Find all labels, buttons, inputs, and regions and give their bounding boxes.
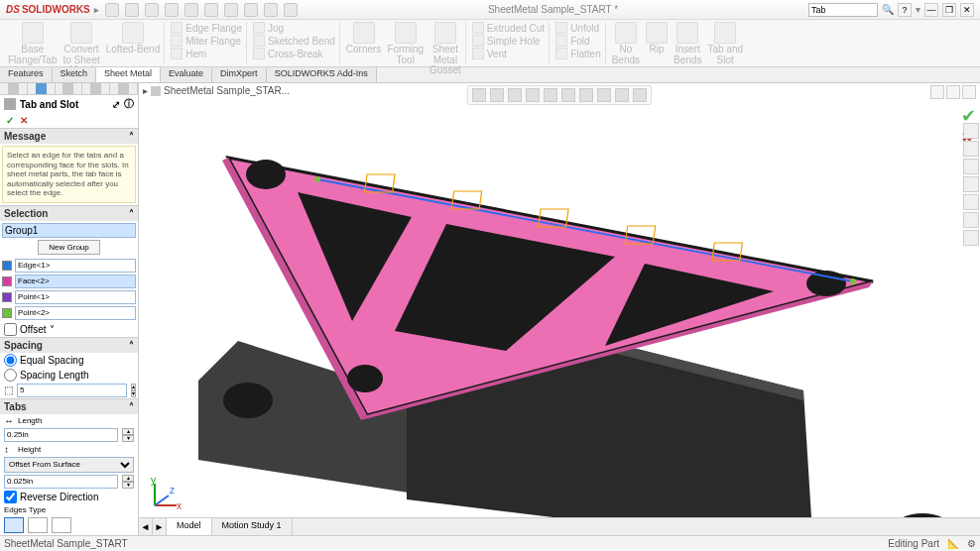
property-manager-tab[interactable] [28,83,56,94]
tab-sheet-metal[interactable]: Sheet Metal [96,67,161,82]
height-up[interactable]: ▴ [122,475,134,482]
jog-button[interactable]: Jog [253,22,335,34]
point1-input[interactable] [15,290,136,304]
display-manager-tab[interactable] [110,83,138,94]
qat-print-icon[interactable] [165,3,179,17]
height-mode-select[interactable]: Offset From Surface [4,457,134,473]
search-input[interactable] [808,3,878,17]
status-units-icon[interactable]: 📐 [947,538,959,549]
length-down[interactable]: ▾ [122,435,134,442]
qat-options-icon[interactable] [264,3,278,17]
qat-rebuild-icon[interactable] [244,3,258,17]
flatten-button[interactable]: Flatten [555,48,601,59]
forming-tool-button[interactable]: FormingTool [387,22,424,76]
tab-scroll-right[interactable]: ► [153,518,167,535]
tab-evaluate[interactable]: Evaluate [161,67,212,82]
selection-header[interactable]: Selection˄ [0,206,138,221]
tab-addins[interactable]: SOLIDWORKS Add-Ins [267,67,377,82]
bottom-tab-model[interactable]: Model [167,518,212,535]
height-down[interactable]: ▾ [122,482,134,489]
cross-break-button[interactable]: Cross-Break [253,48,335,59]
task-view-icon[interactable] [963,194,979,210]
dimxpert-manager-tab[interactable] [82,83,110,94]
length-input[interactable] [4,428,118,442]
minimize-button[interactable]: — [924,3,938,17]
point2-input[interactable] [15,306,136,320]
cancel-button[interactable]: ✕ [20,115,28,126]
help-icon[interactable]: ⓘ [124,97,134,111]
edge-type-fillet[interactable] [28,517,48,533]
edge-type-sharp[interactable] [4,517,24,533]
extruded-cut-button[interactable]: Extruded Cut [472,22,545,34]
edge-flange-button[interactable]: Edge Flange [171,22,242,34]
qat-save-icon[interactable] [145,3,159,17]
ok-button[interactable]: ✓ [6,115,14,126]
reverse-direction-checkbox[interactable] [4,491,17,503]
count-down[interactable]: ▾ [131,390,136,397]
close-button[interactable]: ✕ [960,3,974,17]
help-button[interactable]: ? [898,3,912,17]
qat-settings-icon[interactable] [284,3,298,17]
tab-scroll-left[interactable]: ◄ [139,518,153,535]
count-up[interactable]: ▴ [131,384,136,390]
task-explorer-icon[interactable] [963,176,979,192]
height-input[interactable] [4,475,118,489]
qat-open-icon[interactable] [125,3,139,17]
edge-type-chamfer[interactable] [52,517,71,533]
qat-select-icon[interactable] [224,3,238,17]
task-appearance-icon[interactable] [963,212,979,228]
tab-sketch[interactable]: Sketch [53,67,97,82]
simple-hole-button[interactable]: Simple Hole [472,35,545,47]
task-library-icon[interactable] [963,159,979,174]
face-input[interactable] [15,275,136,288]
miter-flange-button[interactable]: Miter Flange [171,35,242,47]
selection-face [2,275,136,288]
hem-button[interactable]: Hem [171,48,242,59]
tab-features[interactable]: Features [0,67,53,82]
length-up[interactable]: ▴ [122,428,134,435]
fold-button[interactable]: Fold [555,35,601,47]
tab-dimxpert[interactable]: DimXpert [212,67,267,82]
spacing-header[interactable]: Spacing˄ [0,338,138,353]
search-icon[interactable]: 🔍 [882,4,894,15]
insert-bends-button[interactable]: InsertBends [674,22,701,65]
svg-line-15 [155,496,169,505]
tab-and-slot-button[interactable]: Tab andSlot [707,22,743,65]
qat-new-icon[interactable] [105,3,119,17]
tabs-header[interactable]: Tabs˄ [0,399,138,414]
equal-spacing-label: Equal Spacing [20,355,84,366]
svg-point-0 [223,383,273,418]
equal-spacing-radio[interactable] [4,354,17,367]
offset-checkbox[interactable] [4,323,17,336]
qat-undo-icon[interactable] [184,3,198,17]
config-manager-tab[interactable] [56,83,83,94]
task-resources-icon[interactable] [963,141,979,157]
rip-button[interactable]: Rip [646,22,668,65]
qat-redo-icon[interactable] [204,3,218,17]
task-home-icon[interactable] [963,123,979,139]
restore-button[interactable]: ❐ [942,3,956,17]
view-triad[interactable]: y x z [147,478,183,513]
feature-tree-tab[interactable] [0,83,28,94]
gusset-button[interactable]: SheetMetalGusset [429,22,461,76]
new-group-button[interactable]: New Group [38,240,99,255]
svg-text:z: z [170,485,175,496]
message-header[interactable]: Message˄ [0,129,138,144]
vent-button[interactable]: Vent [472,48,545,59]
pin-icon[interactable]: ⤢ [112,99,120,110]
spacing-length-radio[interactable] [4,369,17,382]
menu-dropdown-icon[interactable]: ▸ [94,5,99,15]
no-bends-button[interactable]: NoBends [612,22,640,65]
spacing-count-input[interactable] [17,384,127,397]
reverse-label: Reverse Direction [20,492,98,502]
dropdown-icon[interactable]: ▾ [916,4,920,15]
status-mode: Editing Part [888,538,939,549]
bottom-tab-motion[interactable]: Motion Study 1 [212,518,293,535]
unfold-button[interactable]: Unfold [555,22,601,34]
status-mks-icon[interactable]: ⚙ [967,538,976,549]
sketched-bend-button[interactable]: Sketched Bend [253,35,335,47]
task-properties-icon[interactable] [963,230,979,246]
group-box[interactable]: Group1 [2,223,136,238]
edge-input[interactable] [15,259,136,273]
graphics-area[interactable]: ▸ SheetMetal Sample_STAR... ✔ ✖ [139,83,980,535]
